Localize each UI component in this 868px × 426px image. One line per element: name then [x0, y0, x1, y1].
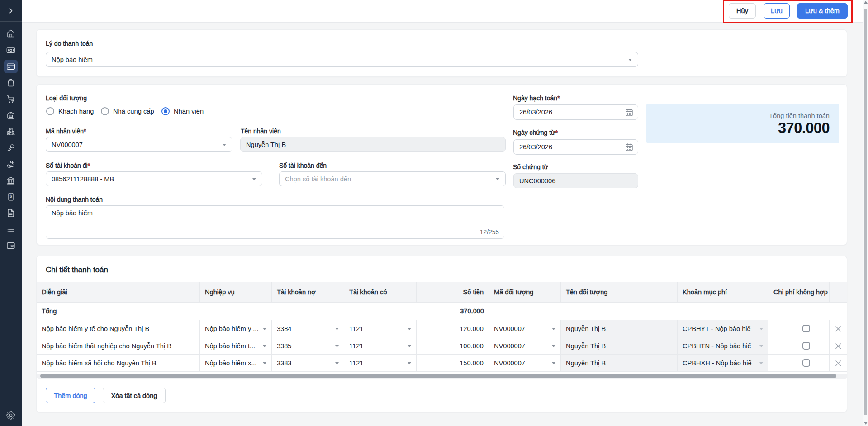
svg-text:$: $ — [10, 194, 12, 199]
